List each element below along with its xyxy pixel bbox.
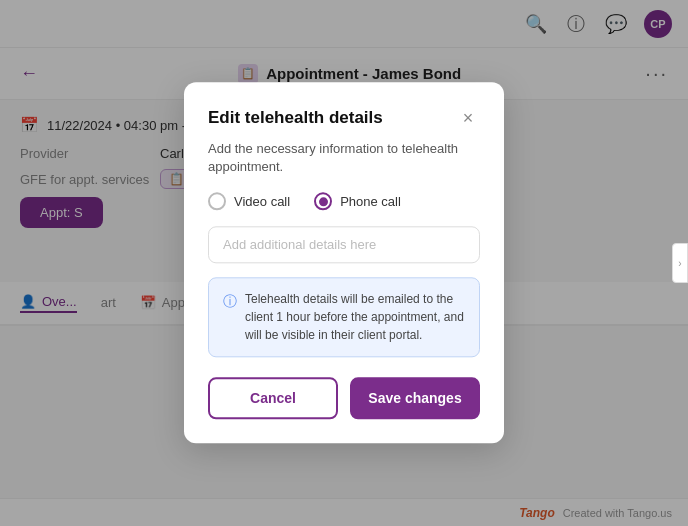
radio-phone-outer[interactable] bbox=[314, 193, 332, 211]
modal-header: Edit telehealth details × bbox=[208, 106, 480, 130]
radio-phone-label: Phone call bbox=[340, 194, 401, 209]
modal-buttons: Cancel Save changes bbox=[208, 378, 480, 420]
cancel-button[interactable]: Cancel bbox=[208, 378, 338, 420]
modal-subtitle: Add the necessary information to telehea… bbox=[208, 140, 480, 176]
chevron-right-icon: › bbox=[678, 258, 681, 269]
call-type-radio-group: Video call Phone call bbox=[208, 193, 480, 211]
modal-title: Edit telehealth details bbox=[208, 108, 383, 128]
radio-phone-call[interactable]: Phone call bbox=[314, 193, 401, 211]
slide-handle[interactable]: › bbox=[672, 243, 688, 283]
edit-telehealth-modal: Edit telehealth details × Add the necess… bbox=[184, 82, 504, 443]
radio-phone-inner bbox=[319, 197, 328, 206]
radio-video-outer[interactable] bbox=[208, 193, 226, 211]
info-box: ⓘ Telehealth details will be emailed to … bbox=[208, 278, 480, 358]
info-box-text: Telehealth details will be emailed to th… bbox=[245, 291, 465, 345]
save-changes-button[interactable]: Save changes bbox=[350, 378, 480, 420]
info-box-icon: ⓘ bbox=[223, 292, 237, 345]
modal-close-button[interactable]: × bbox=[456, 106, 480, 130]
radio-video-call[interactable]: Video call bbox=[208, 193, 290, 211]
additional-details-input[interactable] bbox=[208, 227, 480, 264]
radio-video-label: Video call bbox=[234, 194, 290, 209]
